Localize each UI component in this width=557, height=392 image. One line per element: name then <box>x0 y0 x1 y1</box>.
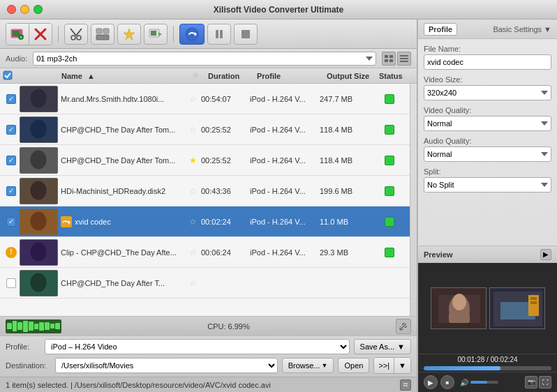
settings-wrench[interactable] <box>396 319 411 334</box>
arrow-next-button[interactable]: ▼ <box>394 358 410 373</box>
status-col[interactable]: Status <box>379 72 414 80</box>
file-checkbox[interactable]: ✓ <box>3 156 20 165</box>
file-name: Clip - CHP@CHD_The Day Afte... <box>58 248 184 257</box>
preview-frames <box>431 287 545 329</box>
play-button[interactable]: ▶ <box>424 375 438 389</box>
checkbox-checked[interactable]: ✓ <box>6 94 16 104</box>
table-row[interactable]: ! Clip - CHP@CHD_The Day Afte... ☆ 00:06… <box>0 237 410 268</box>
split-field: Split: No Split <box>424 167 551 193</box>
table-row[interactable]: CHP@CHD_The Day After T... ☆ <box>0 268 410 299</box>
remove-button[interactable] <box>29 24 52 45</box>
file-profile: iPod - H.264 V... <box>250 126 320 134</box>
star-empty-icon[interactable]: ☆ <box>189 278 197 288</box>
close-button[interactable] <box>7 5 16 14</box>
table-row[interactable]: ✓ CHP@CHD_The Day After Tom... ☆ 00:25:5… <box>0 114 410 145</box>
file-star[interactable]: ★ <box>184 156 201 165</box>
file-star[interactable]: ☆ <box>184 278 201 288</box>
merge-button[interactable] <box>91 24 114 45</box>
checkbox-checked[interactable]: ✓ <box>6 156 16 165</box>
checkbox-checked[interactable]: ✓ <box>6 186 16 196</box>
file-status <box>372 125 407 135</box>
table-row[interactable]: ✓ HDi-Machinist_HDReady.disk2 ☆ 00:43:36… <box>0 176 410 206</box>
preview-area <box>418 263 557 354</box>
file-checkbox[interactable]: ! <box>3 247 20 258</box>
table-row[interactable]: ✓ xvid codec ☆ 00:02:24 iPod - H.264 V..… <box>0 206 410 237</box>
checkbox-checked[interactable]: ✓ <box>6 217 16 227</box>
basic-settings-tab[interactable]: Basic Settings ▼ <box>493 25 551 33</box>
checkbox-unchecked[interactable] <box>6 278 16 288</box>
maximize-button[interactable] <box>34 5 43 14</box>
file-star[interactable]: ☆ <box>184 94 201 104</box>
name-col[interactable]: Name ▲ <box>61 72 191 80</box>
star-empty-icon[interactable]: ☆ <box>189 125 197 135</box>
file-star[interactable]: ☆ <box>184 248 201 257</box>
scrollbar[interactable] <box>410 84 417 316</box>
stop-ctrl-button[interactable]: ■ <box>440 375 454 389</box>
progress-fill <box>424 366 500 370</box>
cut-button[interactable] <box>64 24 88 45</box>
file-star[interactable]: ☆ <box>184 125 201 135</box>
volume-fill <box>470 381 487 384</box>
destination-select[interactable]: /Users/xilisoft/Movies <box>55 358 278 373</box>
profile-select[interactable]: iPod – H.264 Video <box>45 339 350 354</box>
profile-tab[interactable]: Profile <box>424 23 457 36</box>
split-select[interactable]: No Split <box>424 177 551 193</box>
star-empty-icon[interactable]: ☆ <box>189 248 197 257</box>
profile-col[interactable]: Profile <box>257 72 327 80</box>
list-view-button[interactable] <box>382 52 396 66</box>
duration-col[interactable]: Duration <box>208 72 257 80</box>
main-layout: + <box>0 20 557 392</box>
file-checkbox[interactable]: ✓ <box>3 186 20 196</box>
preview-controls: ▶ ■ 🔊 📷 ⛶ <box>418 372 557 392</box>
star-empty-icon[interactable]: ☆ <box>189 217 197 227</box>
file-checkbox[interactable]: ✓ <box>3 94 20 104</box>
open-button[interactable]: Open <box>338 358 369 373</box>
output-button[interactable] <box>144 24 168 45</box>
window-controls[interactable] <box>7 5 43 14</box>
svg-rect-57 <box>530 297 537 300</box>
preview-expand-button[interactable]: ▶ <box>540 249 551 260</box>
status-green-icon <box>385 217 394 227</box>
video-quality-select[interactable]: Normal <box>424 116 551 131</box>
size-col[interactable]: Output Size <box>327 72 379 80</box>
effects-button[interactable] <box>117 24 141 45</box>
pause-button[interactable] <box>207 24 231 45</box>
snapshot-button[interactable]: 📷 <box>525 376 537 389</box>
save-as-button[interactable]: Save As... ▼ <box>354 339 411 354</box>
browse-button[interactable]: Browse... ▼ <box>282 358 334 373</box>
file-name: xvid codec <box>58 216 184 227</box>
file-checkbox[interactable]: ✓ <box>3 125 20 135</box>
waveform <box>6 319 61 333</box>
convert-button[interactable] <box>179 24 205 45</box>
file-profile: iPod - H.264 V... <box>250 218 320 226</box>
file-star[interactable]: ☆ <box>184 217 201 227</box>
audio-select[interactable]: 01 mp3-2ch <box>33 52 376 66</box>
svg-rect-24 <box>400 55 408 56</box>
file-checkbox[interactable]: ✓ <box>3 217 20 227</box>
table-row[interactable]: ✓ CHP@CHD_The Day After Tom... ★ 00:25:5… <box>0 145 410 176</box>
video-size-select[interactable]: 320x240 <box>424 85 551 100</box>
status-icon[interactable] <box>400 379 411 391</box>
volume-slider[interactable] <box>470 381 498 384</box>
arrow-prev-button[interactable]: >>| <box>374 358 394 373</box>
details-view-button[interactable] <box>397 52 411 66</box>
file-name-input[interactable] <box>424 54 551 70</box>
table-row[interactable]: ✓ Mr.and.Mrs.Smith.hdtv.1080i... ☆ 00:54… <box>0 84 410 114</box>
file-checkbox[interactable] <box>3 278 20 288</box>
stop-button[interactable] <box>234 24 258 45</box>
fullscreen-button[interactable]: ⛶ <box>539 376 551 389</box>
file-star[interactable]: ☆ <box>184 186 201 196</box>
star-icon[interactable]: ★ <box>189 156 197 165</box>
star-empty-icon[interactable]: ☆ <box>189 186 197 196</box>
checkbox-checked[interactable]: ✓ <box>6 125 16 135</box>
svg-point-6 <box>71 36 75 40</box>
minimize-button[interactable] <box>20 5 29 14</box>
add-button[interactable]: + <box>6 24 29 45</box>
star-empty-icon[interactable]: ☆ <box>189 94 197 104</box>
audio-label: Audio: <box>6 54 27 63</box>
audio-quality-select[interactable]: Normal <box>424 146 551 162</box>
file-list: ✓ Mr.and.Mrs.Smith.hdtv.1080i... ☆ 00:54… <box>0 84 410 316</box>
svg-rect-21 <box>389 55 393 58</box>
preview-header: Preview ▶ <box>418 246 557 263</box>
progress-track[interactable] <box>424 366 551 370</box>
